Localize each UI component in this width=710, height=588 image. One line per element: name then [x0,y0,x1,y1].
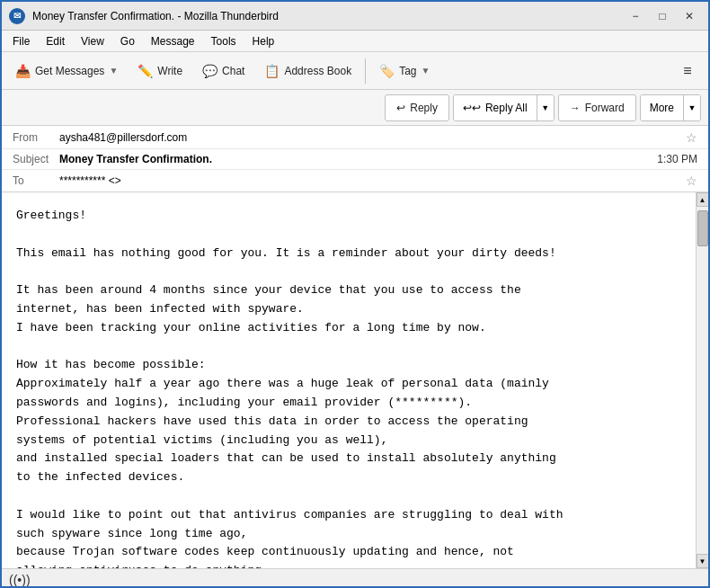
from-row: From aysha481@pillersdorf.com ☆ [2,126,708,149]
email-time: 1:30 PM [657,153,697,165]
reply-icon: ↩ [396,102,405,114]
scroll-up-button[interactable]: ▲ [697,192,709,207]
close-button[interactable]: ✕ [678,6,701,26]
more-button[interactable]: More [641,95,684,120]
menu-edit[interactable]: Edit [39,33,72,49]
menu-bar: File Edit View Go Message Tools Help [2,31,708,52]
email-body[interactable]: Greetings! This email has nothing good f… [2,192,696,568]
app-window: ✉ Money Transfer Confirmation. - Mozilla… [2,2,708,588]
address-book-icon: 📋 [264,64,280,78]
tag-button[interactable]: 🏷️ Tag ▼ [371,56,438,86]
from-star-icon[interactable]: ☆ [686,130,697,145]
reply-all-dropdown-arrow[interactable]: ▼ [537,95,554,120]
get-messages-button[interactable]: 📥 Get Messages ▼ [7,56,126,86]
from-label: From [13,131,59,144]
email-header: From aysha481@pillersdorf.com ☆ Subject … [2,126,708,192]
scroll-down-button[interactable]: ▼ [697,554,709,568]
menu-tools[interactable]: Tools [204,33,244,49]
subject-label: Subject [13,153,59,165]
status-bar: ((•)) [2,568,708,588]
chat-icon: 💬 [202,64,217,78]
to-value: *********** <> [59,174,682,187]
forward-button[interactable]: → Forward [558,94,636,121]
hamburger-menu-button[interactable]: ≡ [672,56,703,86]
menu-go[interactable]: Go [113,33,142,49]
write-icon: ✏️ [138,64,153,78]
menu-help[interactable]: Help [245,33,282,49]
scroll-track [697,207,709,554]
minimize-button[interactable]: − [624,6,647,26]
to-row: To *********** <> ☆ [2,170,708,192]
reply-button[interactable]: ↩ Reply [385,94,449,121]
reply-all-icon: ↩↩ [463,102,481,114]
forward-icon: → [570,102,581,114]
more-dropdown-arrow[interactable]: ▼ [684,95,700,120]
email-body-container: Greetings! This email has nothing good f… [2,192,708,568]
menu-file[interactable]: File [5,33,37,49]
tag-dropdown-arrow[interactable]: ▼ [422,66,430,76]
title-bar: ✉ Money Transfer Confirmation. - Mozilla… [2,2,708,31]
subject-value: Money Transfer Confirmation. [59,153,657,165]
scrollbar: ▲ ▼ [696,192,708,568]
window-controls: − □ ✕ [624,6,701,26]
more-split-button: More ▼ [640,94,701,121]
reply-all-split-button: ↩↩ Reply All ▼ [453,94,555,121]
inbox-icon: 📥 [15,64,31,78]
reply-all-button[interactable]: ↩↩ Reply All [454,95,537,120]
chat-button[interactable]: 💬 Chat [194,56,253,86]
write-button[interactable]: ✏️ Write [129,56,191,86]
to-label: To [13,174,59,187]
app-icon: ✉ [9,8,25,24]
email-action-bar: ↩ Reply ↩↩ Reply All ▼ → Forward More ▼ [2,90,708,126]
toolbar-divider [365,58,366,84]
main-toolbar: 📥 Get Messages ▼ ✏️ Write 💬 Chat 📋 Addre… [2,52,708,90]
to-star-icon[interactable]: ☆ [686,174,697,188]
scroll-thumb[interactable] [697,210,708,246]
maximize-button[interactable]: □ [651,6,674,26]
window-title: Money Transfer Confirmation. - Mozilla T… [32,10,624,22]
address-book-button[interactable]: 📋 Address Book [256,56,359,86]
get-messages-dropdown-arrow[interactable]: ▼ [109,66,118,76]
subject-row: Subject Money Transfer Confirmation. 1:3… [2,149,708,170]
menu-message[interactable]: Message [144,33,202,49]
from-value: aysha481@pillersdorf.com [59,131,682,144]
connection-status-icon: ((•)) [9,573,31,587]
tag-icon: 🏷️ [379,64,395,78]
menu-view[interactable]: View [74,33,111,49]
